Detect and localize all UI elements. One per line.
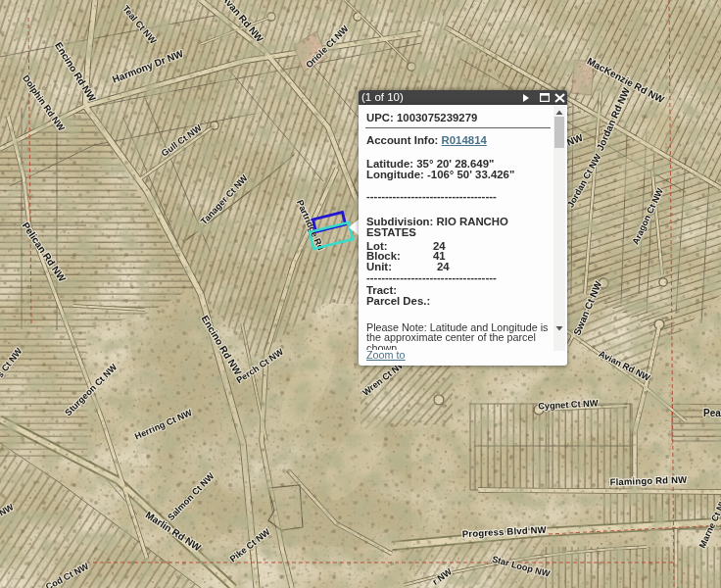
svg-text:Peacock: Peacock bbox=[703, 408, 721, 418]
